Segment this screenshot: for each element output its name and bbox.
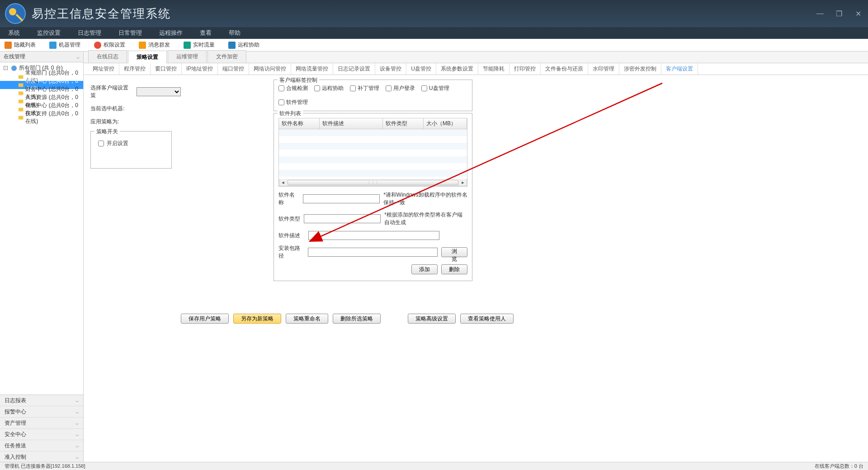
client-tag-control: 客户端标签控制 合规检测 远程协助 补丁管理 用户登录 U盘管理 软件管理 — [274, 80, 472, 111]
chevron-down-icon: ⌵ — [75, 420, 79, 426]
subtab-url[interactable]: 网址管控 — [88, 63, 119, 75]
accordion-log-report[interactable]: 日志报表⌵ — [0, 395, 83, 406]
soft-name-input[interactable] — [303, 194, 380, 203]
check-remote[interactable]: 远程协助 — [314, 85, 344, 92]
tool-permission[interactable]: 权限设置 — [94, 41, 125, 49]
accordion-security[interactable]: 安全中心⌵ — [0, 429, 83, 440]
scroll-thumb[interactable]: ⋮⋮⋮ — [288, 180, 458, 185]
h-scrollbar[interactable]: ◄ ⋮⋮⋮ ► — [279, 179, 467, 186]
rename-policy-button[interactable]: 策略重命名 — [286, 314, 328, 324]
menu-log[interactable]: 日志管理 — [78, 29, 101, 37]
toolbar: 隐藏列表 机器管理 权限设置 消息群发 实时流量 远程协助 — [0, 39, 868, 52]
soft-type-label: 软件类型 — [278, 215, 300, 223]
check-usb[interactable]: U盘管理 — [421, 85, 449, 92]
accordion-alarm[interactable]: 报警中心⌵ — [0, 406, 83, 418]
add-button[interactable]: 添加 — [411, 264, 438, 274]
check-compliance[interactable]: 合规检测 — [278, 85, 308, 92]
menubar: 系统 监控设置 日志管理 日常管理 远程操作 查看 帮助 — [0, 27, 868, 39]
menu-monitor[interactable]: 监控设置 — [37, 29, 61, 37]
tool-traffic[interactable]: 实时流量 — [184, 41, 215, 49]
chevron-down-icon: ⌵ — [75, 442, 79, 449]
soft-desc-input[interactable] — [308, 231, 439, 240]
policy-switch-fieldset: 策略开关 开启设置 — [90, 131, 172, 169]
folder-icon — [18, 82, 24, 88]
software-table-body[interactable] — [279, 129, 467, 179]
subtab-net-access[interactable]: 网络访问管控 — [249, 63, 291, 75]
accordion-task[interactable]: 任务推送⌵ — [0, 440, 83, 451]
subtab-print[interactable]: 打印管控 — [509, 63, 541, 75]
subtab-sysparam[interactable]: 系统参数设置 — [436, 63, 478, 75]
minimize-button[interactable]: — — [815, 9, 826, 18]
scroll-left-icon[interactable]: ◄ — [279, 179, 287, 186]
saveas-policy-button[interactable]: 另存为新策略 — [233, 314, 281, 324]
accordion-access[interactable]: 准入控制⌵ — [0, 451, 83, 463]
tool-broadcast[interactable]: 消息群发 — [139, 41, 170, 49]
tool-remote-assist[interactable]: 远程协助 — [228, 41, 259, 49]
folder-icon — [18, 90, 24, 96]
svg-rect-8 — [19, 116, 24, 119]
subtab-energy[interactable]: 节能降耗 — [478, 63, 509, 75]
subtab-client-settings[interactable]: 客户端设置 — [661, 63, 698, 75]
check-userlogin[interactable]: 用户登录 — [386, 85, 415, 92]
svg-rect-4 — [19, 83, 24, 87]
subtab-ip[interactable]: IP地址管控 — [182, 63, 218, 75]
menu-system[interactable]: 系统 — [8, 29, 20, 37]
col-type[interactable]: 软件类型 — [383, 118, 424, 129]
tree-item-dept[interactable]: 技术支持 (总共0台，0在线) — [0, 113, 83, 122]
subtab-watermark[interactable]: 水印管理 — [588, 63, 619, 75]
accordion-asset[interactable]: 资产管理⌵ — [0, 418, 83, 429]
delete-button[interactable]: 删除 — [441, 264, 467, 274]
browse-button[interactable]: 浏览 — [441, 247, 467, 257]
advanced-policy-button[interactable]: 策略高级设置 — [408, 314, 456, 324]
tab-ops-mgmt[interactable]: 运维管理 — [168, 50, 207, 63]
soft-desc-label: 软件描述 — [278, 232, 305, 240]
sidebar: 在线管理⌵ − 所有部门 (共 0 台) 常规部门 (总共0台，0在线) 研发中… — [0, 52, 84, 463]
folder-icon — [18, 98, 24, 104]
check-patch[interactable]: 补丁管理 — [350, 85, 379, 92]
tab-file-encrypt[interactable]: 文件加密 — [208, 50, 246, 63]
app-logo-icon — [5, 3, 26, 24]
subtab-backup[interactable]: 文件备份与还原 — [541, 63, 588, 75]
menu-daily[interactable]: 日常管理 — [118, 29, 142, 37]
subtab-window[interactable]: 窗口管控 — [151, 63, 182, 75]
tab-online-log[interactable]: 在线日志 — [88, 50, 127, 63]
soft-type-input[interactable] — [304, 214, 381, 223]
check-software[interactable]: 软件管理 — [278, 99, 308, 106]
enable-settings-checkbox[interactable]: 开启设置 — [96, 136, 166, 164]
content: 在线日志 策略设置 运维管理 文件加密 网址管控 程序管控 窗口管控 IP地址管… — [84, 52, 868, 463]
chevron-down-icon: ⌵ — [75, 409, 79, 415]
col-name[interactable]: 软件名称 — [279, 118, 320, 129]
subtab-program[interactable]: 程序管控 — [119, 63, 151, 75]
view-policy-users-button[interactable]: 查看策略使用人 — [460, 314, 514, 324]
menu-view[interactable]: 查看 — [200, 29, 212, 37]
save-policy-button[interactable]: 保存用户策略 — [181, 314, 229, 324]
col-desc[interactable]: 软件描述 — [320, 118, 383, 129]
svg-rect-5 — [19, 91, 24, 95]
delete-policy-button[interactable]: 删除所选策略 — [333, 314, 381, 324]
folder-icon — [18, 74, 24, 80]
tool-machine-mgmt[interactable]: 机器管理 — [49, 41, 80, 49]
close-button[interactable]: ✕ — [853, 9, 863, 18]
scroll-right-icon[interactable]: ► — [459, 179, 467, 186]
subtab-port[interactable]: 端口管控 — [218, 63, 249, 75]
maximize-button[interactable]: ❐ — [834, 9, 844, 18]
policy-action-bar: 保存用户策略 另存为新策略 策略重命名 删除所选策略 策略高级设置 查看策略使用… — [181, 314, 514, 324]
subtab-device[interactable]: 设备管控 — [375, 63, 406, 75]
statusbar: 管理机 已连接服务器[192.168.1.158] 在线客户端总数：0 台 — [0, 462, 868, 470]
subtab-secret-out[interactable]: 涉密外发控制 — [619, 63, 661, 75]
collapse-icon[interactable]: − — [4, 66, 8, 70]
status-right: 在线客户端总数：0 台 — [815, 463, 863, 470]
subtab-log-record[interactable]: 日志记录设置 — [333, 63, 375, 75]
subtab-net-traffic[interactable]: 网络流量管控 — [291, 63, 333, 75]
tool-hide-list[interactable]: 隐藏列表 — [5, 41, 36, 49]
menu-help[interactable]: 帮助 — [229, 29, 241, 37]
subtab-usb[interactable]: U盘管控 — [406, 63, 436, 75]
tab-policy-settings[interactable]: 策略设置 — [128, 51, 167, 63]
soft-path-input[interactable] — [308, 248, 438, 257]
menu-remote[interactable]: 远程操作 — [159, 29, 183, 37]
col-size[interactable]: 大小（MB） — [424, 118, 467, 129]
enable-checkbox[interactable] — [98, 141, 104, 146]
policy-select[interactable] — [137, 87, 181, 96]
chevron-down-icon: ⌵ — [75, 397, 79, 404]
sidebar-header[interactable]: 在线管理⌵ — [0, 52, 83, 62]
